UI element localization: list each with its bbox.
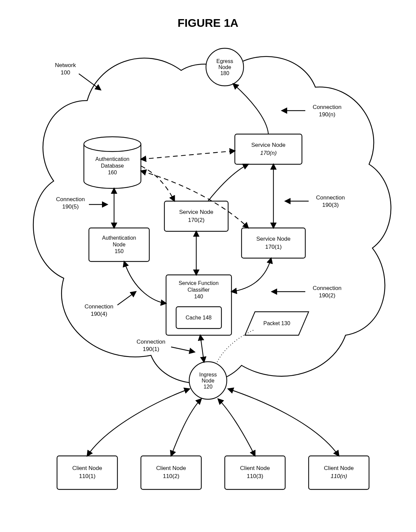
client-node-n-l1: Client Node — [324, 465, 354, 471]
auth-node-l2: Node — [113, 242, 125, 247]
service-node-2-l1: Service Node — [179, 209, 213, 215]
edge-sfc-svc1 — [231, 258, 271, 292]
edge-client2-ingress — [171, 399, 201, 456]
figure-title: FIGURE 1A — [177, 16, 238, 29]
sfc-l2: Classifier — [188, 287, 210, 293]
service-node-n-l1: Service Node — [251, 142, 285, 148]
auth-node-l3: 150 — [115, 248, 124, 254]
service-node-2-l2: 170(2) — [188, 217, 204, 223]
cache-l1: Cache 148 — [186, 315, 211, 320]
service-node-n — [235, 134, 302, 164]
edge-ingress-sfc — [200, 335, 204, 362]
client-node-3-l2: 110(3) — [247, 473, 263, 479]
auth-database-l3: 160 — [108, 170, 117, 175]
client-node-2-l1: Client Node — [156, 465, 186, 471]
egress-node-l3: 180 — [220, 70, 229, 76]
egress-node-l1: Egress — [216, 58, 233, 64]
client-node-3-l1: Client Node — [240, 465, 270, 471]
conn-4-l2: 190(4) — [91, 311, 107, 317]
client-node-1-l2: 110(1) — [79, 473, 95, 479]
network-label-l2: 100 — [61, 69, 70, 76]
egress-node-l2: Node — [218, 64, 231, 70]
edge-svc2-svcn — [208, 164, 248, 201]
conn-2-l2: 190(2) — [319, 292, 335, 299]
conn-5-l2: 190(5) — [62, 203, 79, 210]
client-node-3 — [225, 456, 285, 489]
conn-n-l2: 190(n) — [319, 111, 335, 118]
edge-authdb-svc2 — [141, 166, 174, 201]
ingress-node-l3: 120 — [204, 384, 213, 390]
sfc-l1: Service Function — [178, 280, 218, 286]
svg-point-0 — [84, 137, 141, 152]
edge-client3-ingress — [218, 399, 255, 456]
edge-authdb-svcn — [141, 151, 235, 159]
conn-5-l1: Connection — [56, 196, 85, 202]
service-node-1-l2: 170(1) — [265, 244, 281, 250]
conn-2-l1: Connection — [313, 285, 342, 291]
conn-n-l1: Connection — [313, 104, 342, 110]
network-label-l1: Network — [55, 62, 76, 68]
service-node-1 — [242, 228, 305, 258]
client-node-2 — [141, 456, 201, 489]
service-node-n-l2: 170(n) — [260, 150, 276, 156]
conn-3-l1: Connection — [316, 194, 345, 201]
service-node-1-l1: Service Node — [256, 236, 291, 242]
conn-3-l2: 190(3) — [322, 202, 339, 208]
auth-database-l1: Authentication — [95, 156, 129, 162]
service-node-2 — [164, 201, 228, 231]
auth-database — [84, 137, 141, 188]
figure-1a-diagram: FIGURE 1A Network 100 Egress Node 180 Se… — [0, 0, 416, 532]
client-node-1-l1: Client Node — [72, 465, 102, 471]
conn-1-l1: Connection — [137, 339, 165, 345]
client-node-1 — [57, 456, 117, 489]
sfc-l3: 140 — [194, 294, 203, 299]
client-node-n — [309, 456, 369, 489]
client-node-n-l2: 110(n) — [330, 473, 347, 479]
network-label-arrow — [79, 74, 101, 90]
conn-1-l2: 190(1) — [143, 346, 159, 352]
edge-svcn-egress — [233, 84, 268, 134]
conn-4-l1: Connection — [85, 303, 113, 310]
conn-4-ptr — [117, 292, 136, 305]
ingress-node-l1: Ingress — [199, 372, 217, 377]
conn-1-ptr — [171, 347, 195, 352]
ingress-node-l2: Node — [202, 378, 214, 383]
auth-node-l1: Authentication — [102, 235, 136, 241]
edge-client1-ingress — [87, 389, 190, 456]
auth-database-l2: Database — [101, 163, 124, 169]
edge-authnode-sfc — [124, 261, 166, 303]
edge-clientn-ingress — [228, 389, 339, 456]
packet-l1: Packet 130 — [263, 320, 290, 326]
client-node-2-l2: 110(2) — [163, 473, 179, 479]
